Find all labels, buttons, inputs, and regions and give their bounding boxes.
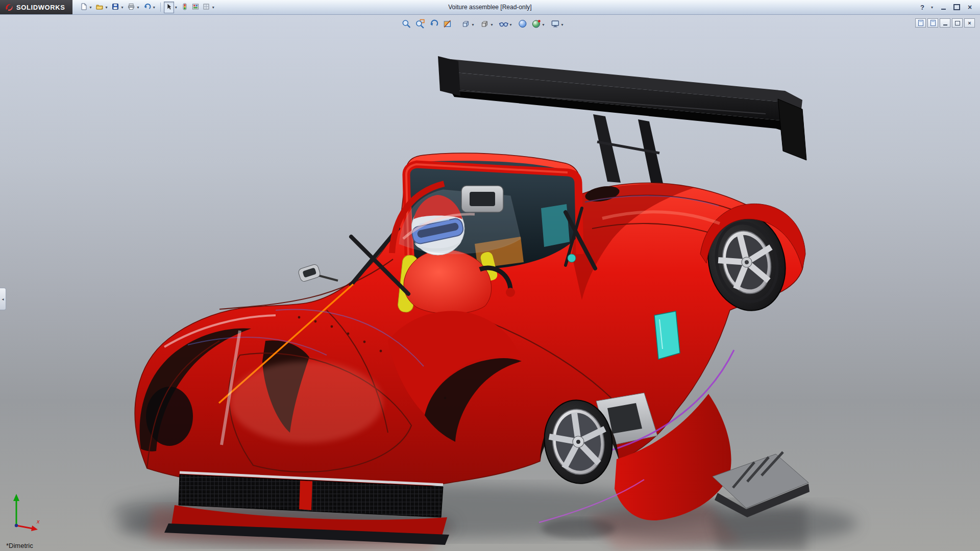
chevron-down-icon[interactable]: ▾	[175, 5, 177, 10]
rebuild-button[interactable]	[180, 2, 190, 13]
maximize-button[interactable]	[951, 2, 962, 12]
titlebar: SOLIDWORKS ▾ ▾ ▾ ▾	[0, 0, 980, 15]
save-floppy-icon	[111, 3, 119, 12]
section-view-icon	[443, 19, 452, 31]
chevron-down-icon[interactable]: ▾	[212, 5, 214, 10]
previous-view-icon	[429, 19, 438, 31]
reference-triad: x	[6, 492, 45, 536]
triad-x-axis	[16, 525, 33, 529]
zoom-to-fit-icon	[401, 19, 411, 31]
grille-divider	[299, 481, 312, 510]
chevron-down-icon[interactable]: ▾	[121, 5, 124, 10]
minimize-icon	[941, 5, 946, 10]
next-window-button[interactable]	[927, 18, 938, 28]
rear-wing-struts[interactable]	[593, 114, 664, 186]
chevron-down-icon[interactable]: ▾	[931, 5, 933, 10]
apply-scene-button[interactable]: ▾	[530, 18, 548, 32]
rear-wing[interactable]	[438, 56, 806, 160]
display-style-button[interactable]: ▾	[478, 18, 496, 32]
chevron-down-icon[interactable]: ▾	[542, 22, 544, 27]
options-grid-icon	[202, 3, 210, 12]
chevron-down-icon[interactable]: ▾	[561, 22, 563, 27]
undo-button[interactable]	[142, 2, 152, 13]
side-window-teal	[654, 311, 680, 359]
new-document-button[interactable]	[79, 2, 89, 13]
document-window-controls: ×	[915, 18, 975, 28]
view-settings-icon	[550, 19, 560, 31]
close-button[interactable]: ×	[965, 2, 975, 12]
chevron-down-icon[interactable]: ▾	[472, 22, 474, 27]
doc-restore-button[interactable]	[952, 18, 963, 28]
chevron-down-icon[interactable]: ▾	[153, 5, 155, 10]
sill-vent	[607, 403, 642, 434]
help-button[interactable]: ?	[917, 2, 927, 12]
brand-text: SOLIDWORKS	[16, 4, 65, 11]
chevron-down-icon[interactable]: ▾	[491, 22, 493, 27]
open-button[interactable]	[94, 2, 105, 13]
chevron-down-icon[interactable]: ▾	[106, 5, 108, 10]
section-view-button[interactable]	[441, 18, 454, 32]
color-display-mode-button[interactable]	[190, 2, 201, 13]
triad-origin	[15, 524, 18, 527]
print-button[interactable]	[126, 2, 136, 13]
graphics-viewport[interactable]: ▾ ▾ ▾ ▾ ▾	[0, 14, 980, 551]
side-mirror[interactable]	[298, 263, 338, 282]
doc-minimize-button[interactable]	[940, 18, 950, 28]
minimize-icon	[943, 21, 947, 26]
hide-show-glasses-icon	[499, 19, 508, 31]
hide-show-items-button[interactable]: ▾	[497, 18, 515, 32]
chevron-down-icon[interactable]: ▾	[509, 22, 511, 27]
view-settings-button[interactable]: ▾	[549, 18, 567, 32]
edit-appearance-ball-icon	[518, 19, 527, 31]
view-orientation-icon	[461, 19, 471, 31]
solidworks-window: SOLIDWORKS ▾ ▾ ▾ ▾	[0, 0, 980, 551]
zoom-to-fit-button[interactable]	[400, 18, 412, 32]
undo-arrow-icon	[143, 3, 151, 12]
mirror-pod[interactable]	[461, 186, 503, 212]
toolbar-separator	[160, 3, 161, 12]
new-document-icon	[80, 3, 88, 12]
camera-pod	[568, 254, 576, 262]
headsup-view-toolbar: ▾ ▾ ▾ ▾ ▾	[400, 18, 567, 32]
restore-icon	[955, 21, 960, 26]
view-orientation-label: *Dimetric	[6, 542, 33, 549]
minimize-button[interactable]	[938, 2, 948, 12]
driver-glove	[506, 288, 515, 297]
select-cursor-icon	[165, 3, 173, 12]
select-tool-button[interactable]	[164, 2, 174, 13]
chevron-down-icon[interactable]: ▾	[137, 5, 139, 10]
apply-scene-globe-icon	[531, 19, 541, 31]
maximize-icon	[953, 4, 960, 10]
display-style-icon	[480, 19, 489, 31]
color-display-icon	[191, 3, 200, 12]
save-button[interactable]	[110, 2, 120, 13]
zoom-to-area-icon	[415, 19, 425, 31]
graphics-area[interactable]	[0, 14, 980, 551]
window-page-icon	[918, 20, 923, 26]
doc-close-button[interactable]: ×	[964, 18, 975, 28]
ds-logo-icon	[4, 3, 13, 12]
previous-view-button[interactable]	[427, 18, 440, 32]
previous-window-button[interactable]	[915, 18, 926, 28]
edit-appearance-button[interactable]	[516, 18, 529, 32]
zoom-to-area-button[interactable]	[413, 18, 426, 32]
chevron-down-icon[interactable]: ▾	[90, 5, 92, 10]
open-folder-icon	[95, 3, 104, 12]
rebuild-traffic-light-icon	[181, 3, 189, 12]
view-orientation-button[interactable]: ▾	[459, 18, 477, 32]
options-button[interactable]	[201, 2, 211, 13]
hidden-wheel-shadow	[146, 387, 193, 446]
window-controls: ? ▾ ×	[917, 2, 980, 12]
triad-x-label: x	[36, 518, 40, 524]
feature-tree-collapse-tab[interactable]: ◂	[0, 288, 6, 310]
printer-icon	[127, 3, 135, 12]
solidworks-logo: SOLIDWORKS	[0, 0, 72, 14]
window-page-icon	[930, 20, 936, 26]
main-toolbar: ▾ ▾ ▾ ▾ ▾	[79, 2, 216, 13]
